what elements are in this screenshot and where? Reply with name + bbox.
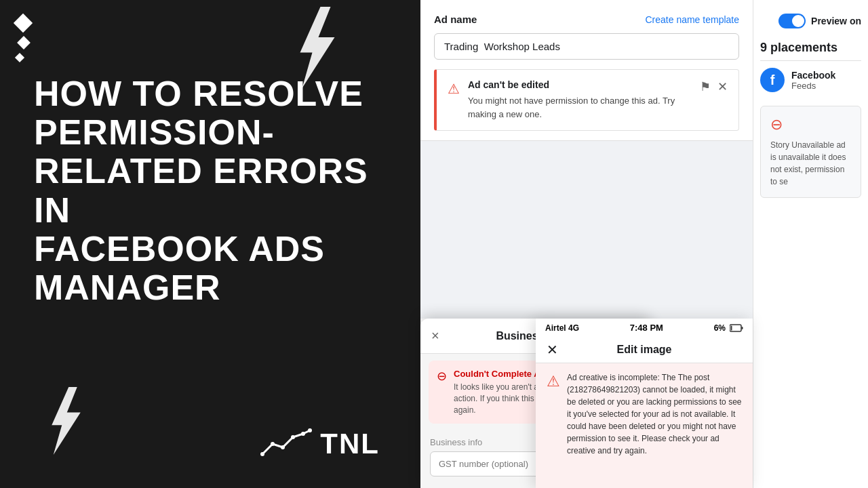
ad-name-input[interactable] — [434, 33, 739, 60]
error-description: You might not have permission to change … — [468, 94, 692, 121]
popup-close-button[interactable]: × — [431, 328, 439, 344]
story-unavailable-box: ⊖ Story Unavailable ad is unavailable it… — [760, 106, 861, 198]
svg-point-4 — [281, 445, 285, 449]
mobile-edit-panel: Airtel 4G 7:48 PM 6% ✕ Edit image ⚠ Ad c… — [536, 319, 753, 488]
edit-image-title: Edit image — [617, 344, 672, 356]
alert-close-button[interactable]: ✕ — [717, 79, 728, 94]
placements-count: 9 placements — [760, 35, 861, 60]
right-panel: Ad name Create name template ⚠ Ad can't … — [420, 0, 868, 488]
mobile-close-button[interactable]: ✕ — [547, 342, 558, 358]
preview-panel: Preview on 9 placements f Facebook Feeds… — [753, 0, 868, 488]
logo-area: TNL — [259, 427, 380, 461]
mobile-error-icon: ⚠ — [547, 373, 560, 390]
story-unavailable-text: Story Unavailable ad is unavailable it d… — [770, 139, 851, 188]
svg-point-3 — [271, 442, 275, 446]
mobile-status-bar: Airtel 4G 7:48 PM 6% — [536, 319, 753, 337]
battery-icon — [730, 324, 743, 332]
create-name-template-link[interactable]: Create name template — [645, 14, 739, 25]
status-time: 7:48 PM — [630, 323, 663, 333]
ads-empty-area — [420, 141, 753, 319]
lightning-bolt-icon — [285, 7, 346, 101]
warning-icon: ⚠ — [448, 81, 460, 97]
preview-toggle[interactable] — [778, 14, 806, 28]
svg-point-2 — [260, 452, 264, 456]
svg-point-7 — [308, 428, 312, 432]
svg-point-5 — [291, 435, 295, 439]
facebook-icon: f — [760, 68, 785, 92]
left-panel: HOW TO RESOLVE PERMISSION- RELATED ERROR… — [0, 0, 420, 488]
mobile-error-content: ⚠ Ad creative is incomplete: The The pos… — [536, 363, 753, 488]
diamond-icon — [15, 53, 24, 62]
decorative-diamonds — [14, 14, 33, 64]
minus-icon: ⊖ — [770, 116, 851, 134]
platform-type: Feeds — [791, 81, 835, 91]
status-left: Airtel 4G — [545, 323, 579, 333]
battery-label: 6% — [714, 323, 726, 333]
svg-marker-0 — [300, 7, 335, 88]
lightning-bolt-bottom-icon — [41, 387, 88, 468]
error-title: Ad can't be edited — [468, 79, 692, 90]
ads-manager-section: Ad name Create name template ⚠ Ad can't … — [420, 0, 753, 141]
ad-name-label: Ad name — [434, 14, 477, 25]
popup-error-icon: ⊖ — [437, 369, 447, 384]
ad-name-header: Ad name Create name template — [434, 14, 739, 25]
main-title: HOW TO RESOLVE PERMISSION- RELATED ERROR… — [34, 75, 387, 307]
mobile-header: ✕ Edit image — [536, 337, 753, 363]
alert-flag-button[interactable]: ⚑ — [700, 79, 711, 94]
preview-on-label: Preview on — [811, 16, 861, 26]
status-right: 6% — [714, 323, 743, 333]
diamond-icon — [17, 36, 31, 49]
carrier-label: Airtel 4G — [545, 323, 579, 333]
chart-icon — [259, 427, 313, 461]
svg-rect-10 — [731, 325, 732, 330]
svg-rect-9 — [742, 327, 743, 329]
preview-toggle-row: Preview on — [760, 7, 861, 35]
error-content: Ad can't be edited You might not have pe… — [468, 79, 692, 121]
svg-point-6 — [301, 432, 305, 436]
platform-name: Facebook — [791, 70, 835, 81]
error-alert: ⚠ Ad can't be edited You might not have … — [434, 69, 739, 131]
logo-text: TNL — [320, 428, 380, 460]
mobile-error-text: Ad creative is incomplete: The The post … — [567, 371, 742, 457]
placement-info: Facebook Feeds — [791, 70, 835, 91]
svg-marker-1 — [52, 387, 81, 455]
diamond-icon — [14, 14, 33, 33]
facebook-placement: f Facebook Feeds — [760, 60, 861, 99]
alert-actions: ⚑ ✕ — [700, 79, 728, 94]
